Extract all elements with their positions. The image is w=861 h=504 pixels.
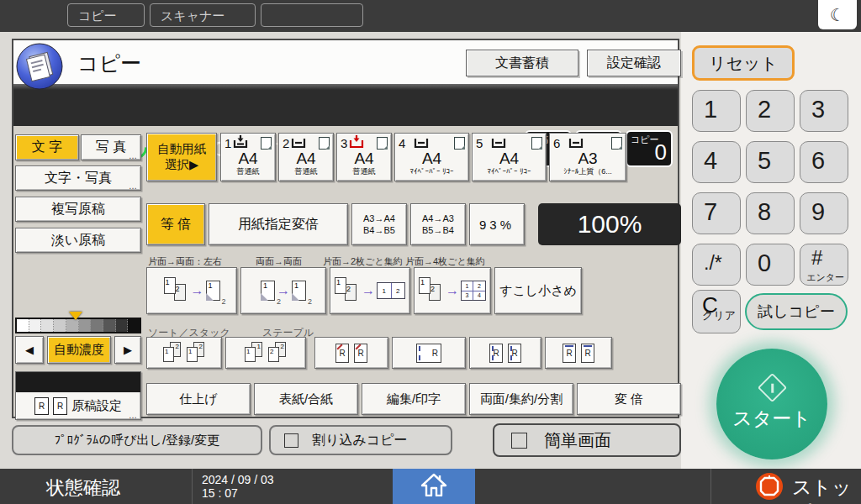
tray-number: 5: [476, 136, 483, 150]
original-type-copied-original-button[interactable]: 複写原稿: [15, 197, 141, 222]
button-label: 割り込みコピー: [312, 432, 408, 449]
density-darker-button[interactable]: ▶: [114, 336, 141, 364]
button-label: 原稿設定: [71, 398, 122, 414]
duplex-page-icon: 1 2: [261, 281, 275, 301]
interrupt-copy-button[interactable]: 割り込みコピー: [269, 425, 452, 455]
check-settings-button[interactable]: 設定確認: [587, 50, 681, 76]
auto-density-button[interactable]: 自動濃度: [47, 336, 111, 364]
copy-main-panel: コピー 文書蓄積 設定確認 コピーできます 原稿 0 セット: [12, 39, 679, 418]
tray-paper-type: ﾏｲﾍﾟｰﾊﾟｰ ﾘｺｰ: [395, 167, 468, 176]
staple-top-button[interactable]: R R: [545, 337, 612, 369]
two-sided-to-two-sided-button[interactable]: 1 2 → 1 2: [240, 267, 326, 314]
keypad-8[interactable]: 8: [746, 192, 795, 234]
status-check-button[interactable]: 状態確認: [46, 475, 120, 501]
paper-icon: [377, 137, 388, 150]
more-indicator: …: [129, 411, 138, 420]
keypad-dot-star[interactable]: ./*: [692, 244, 741, 286]
panel-header: コピー 文書蓄積 設定確認: [13, 40, 678, 85]
tray-3-button[interactable]: 3 A4 普通紙: [336, 133, 392, 181]
tab-copy[interactable]: コピー: [67, 3, 145, 27]
one-sided-to-two-sided-button[interactable]: 1 2 → 1 2: [146, 267, 237, 314]
sort-button[interactable]: 2 1 2 1: [146, 337, 222, 369]
cover-slip-sheet-button[interactable]: 表紙/合紙: [254, 383, 358, 415]
reduce-preset-button[interactable]: A3→A4 B4→B5: [351, 203, 407, 245]
simple-screen-button[interactable]: 簡単画面: [493, 423, 681, 457]
tray-size: A4: [337, 150, 391, 167]
keypad-0[interactable]: 0: [746, 244, 795, 286]
status-banner: コピーできます 原稿 0 セット 1 コピー 0: [13, 84, 678, 126]
button-label: 自動用紙: [157, 141, 206, 157]
keypad-enter[interactable]: # エンター: [800, 244, 848, 286]
keypad-4[interactable]: 4: [692, 141, 741, 183]
tray-size: A3: [550, 150, 626, 167]
zoom-93-button[interactable]: 93%: [469, 203, 525, 245]
stack-pages-icon: 2 2: [268, 342, 287, 365]
tray-6-button[interactable]: 6 A3 ｼﾅｰﾙ上質（6...: [549, 133, 626, 181]
paper-specified-zoom-button[interactable]: 用紙指定変倍: [209, 203, 348, 245]
document-store-button[interactable]: 文書蓄積: [466, 50, 578, 76]
staple-top-icon: R: [563, 344, 576, 363]
staple-left-2-button[interactable]: R R: [469, 337, 541, 369]
edit-stamp-button[interactable]: 編集/印字: [362, 383, 466, 415]
duplex-combine-split-button[interactable]: 両面/集約/分割: [469, 383, 573, 415]
keypad-5[interactable]: 5: [746, 141, 795, 183]
keypad-7[interactable]: 7: [692, 192, 741, 234]
divider: [710, 469, 711, 504]
tray-paper-type: ﾏｲﾍﾟｰﾊﾟｰ ﾘｺｰ: [473, 167, 546, 176]
start-button[interactable]: スタート: [716, 349, 827, 459]
stack-button[interactable]: 1 1 2 2: [225, 337, 306, 369]
auto-paper-select-button[interactable]: 自動用紙 選択▶: [146, 133, 217, 181]
combine-2-pages-button[interactable]: 1 2 → 1 2: [330, 267, 410, 314]
staple-corner-icon: R: [335, 344, 349, 363]
paper-icon: [454, 137, 465, 150]
sample-copy-button[interactable]: 試しコピー: [745, 293, 848, 330]
combined-2up-icon: 1 2: [377, 282, 405, 299]
start-icon: [757, 372, 786, 402]
stop-icon[interactable]: [755, 472, 784, 504]
tray-4-button[interactable]: 4 A4 ﾏｲﾍﾟｰﾊﾟｰ ﾘｺｰ: [394, 133, 469, 181]
staple-top-left-button[interactable]: R R: [314, 337, 388, 369]
counter-copy: コピー 0: [626, 130, 673, 167]
keypad-2[interactable]: 2: [746, 90, 795, 132]
original-type-text-photo-button[interactable]: 文字・写真 …: [15, 165, 141, 191]
magnification-button[interactable]: 変 倍: [577, 383, 681, 415]
more-indicator: …: [129, 151, 138, 160]
page-title: コピー: [77, 50, 141, 77]
clear-button[interactable]: C クリア: [692, 290, 741, 333]
tray-number: 3: [341, 136, 347, 150]
energy-saver-button[interactable]: ☾: [818, 0, 857, 29]
home-button[interactable]: [393, 469, 475, 504]
original-type-text-button[interactable]: 文 字: [15, 134, 79, 160]
enlarge-preset-button[interactable]: A4→A3 B5→B4: [410, 203, 466, 245]
group-label: 両面→両面: [256, 255, 302, 268]
pages-icon: 1 2: [419, 276, 444, 305]
slightly-smaller-button[interactable]: すこし小さめ: [494, 267, 582, 314]
tab-scanner[interactable]: スキャナー: [150, 3, 256, 27]
tab-empty[interactable]: [261, 3, 363, 27]
right-arrow-icon: ▶: [124, 344, 132, 356]
tray-2-button[interactable]: 2 A4 普通紙: [278, 133, 334, 181]
density-lighter-button[interactable]: ◀: [15, 336, 44, 364]
keypad-9[interactable]: 9: [800, 192, 848, 234]
keypad-6[interactable]: 6: [800, 141, 848, 183]
staple-left-button[interactable]: R: [392, 337, 466, 369]
sort-pages-icon: 2 1: [187, 342, 205, 365]
arrow-icon: →: [362, 283, 375, 298]
tray-1-button[interactable]: 1 A4 普通紙: [220, 133, 276, 181]
tray-5-button[interactable]: 5 A4 ﾏｲﾍﾟｰﾊﾟｰ ﾘｺｰ: [472, 133, 547, 181]
original-type-pale-original-button[interactable]: 淡い原稿: [15, 228, 141, 253]
keypad-1[interactable]: 1: [692, 90, 741, 132]
combine-4-pages-button[interactable]: 1 2 → 12 34: [414, 267, 491, 314]
original-settings-button[interactable]: R R 原稿設定 …: [15, 371, 141, 420]
program-recall-button[interactable]: ﾌﾟﾛｸﾞﾗﾑの呼び出し/登録/変更: [12, 425, 262, 455]
button-label: A3→A4: [363, 213, 395, 224]
keypad-3[interactable]: 3: [800, 90, 848, 132]
tray-number: 6: [553, 136, 560, 150]
tray-size: A4: [473, 150, 546, 167]
original-type-photo-button[interactable]: 写 真 …: [81, 134, 141, 160]
stop-button[interactable]: ストップ: [792, 475, 861, 504]
reset-button[interactable]: リセット: [692, 45, 795, 81]
full-size-button[interactable]: 等 倍: [146, 203, 205, 245]
finishing-button[interactable]: 仕上げ: [146, 383, 251, 415]
key-label: #: [811, 246, 822, 269]
